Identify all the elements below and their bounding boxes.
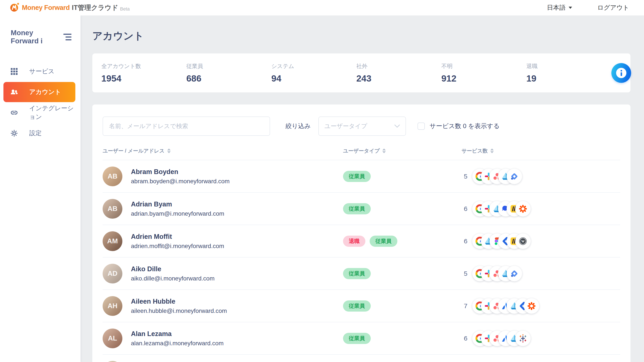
- stat-value: 243: [356, 73, 441, 84]
- user-email: adrian.byam@i.moneyforward.com: [131, 210, 224, 217]
- accounts-table-card: 絞り込み ユーザータイプ サービス数 0 を表示する ユーザー / メールアドレ…: [92, 104, 630, 362]
- service-count: 6: [462, 205, 470, 212]
- sidebar-item-label: 設定: [29, 129, 42, 138]
- sidebar-item-integrations[interactable]: インテグレーション: [4, 103, 75, 123]
- table-row[interactable]: AB Abram Boyden abram.boyden@i.moneyforw…: [102, 160, 620, 193]
- avatar: AL: [102, 329, 122, 348]
- sidebar-item-label: サービス: [29, 67, 54, 76]
- user-type-select-value: ユーザータイプ: [324, 122, 394, 130]
- sidebar: Money Forward i サービス アカウント インテグレーション 設定: [0, 15, 80, 362]
- user-type-badge: 従業員: [370, 236, 397, 247]
- show-zero-services-checkbox[interactable]: [418, 122, 425, 130]
- user-email: abram.boyden@i.moneyforward.com: [131, 178, 230, 185]
- stat-label: システム: [271, 62, 356, 70]
- account-stats-card: 全アカウント数 1954 従業員 686 システム 94 社外 243 不明 9…: [92, 53, 630, 92]
- service-icon-zapier: [524, 298, 539, 314]
- stat-label: 従業員: [186, 62, 271, 70]
- stat-item-4: 不明 912: [441, 62, 526, 84]
- table-row[interactable]: AL Alan Lezama alan.lezama@i.moneyforwar…: [102, 322, 620, 355]
- service-icons: [472, 331, 531, 346]
- table-row[interactable]: AD Aiko Dille aiko.dille@i.moneyforward.…: [102, 258, 620, 290]
- user-type-select[interactable]: ユーザータイプ: [318, 116, 406, 136]
- show-zero-services-label: サービス数 0 を表示する: [430, 122, 500, 130]
- user-email: alan.lezama@i.moneyforward.com: [131, 340, 224, 347]
- svg-text:W: W: [521, 239, 525, 243]
- user-name: Adrien Moffit: [131, 233, 224, 241]
- service-icon-tag-manager: [506, 266, 522, 281]
- user-type-badges: 従業員: [343, 171, 462, 182]
- service-icons: [472, 201, 531, 217]
- stat-item-3: 社外 243: [356, 62, 441, 84]
- stat-label: 不明: [441, 62, 526, 70]
- avatar: AH: [102, 296, 122, 316]
- user-name: Aileen Hubble: [131, 298, 227, 305]
- user-type-badge: 従業員: [343, 300, 371, 312]
- chevron-down-icon: [569, 7, 572, 10]
- service-count: 6: [462, 335, 470, 342]
- avatar: AM: [102, 361, 122, 362]
- stat-item-0: 全アカウント数 1954: [101, 62, 186, 84]
- sort-icon: [382, 148, 386, 153]
- stat-value: 19: [526, 73, 611, 84]
- sidebar-item-label: インテグレーション: [29, 104, 75, 121]
- user-name: Alan Lezama: [131, 330, 224, 338]
- avatar: AB: [102, 167, 122, 186]
- language-selector[interactable]: 日本語: [547, 3, 572, 12]
- stat-label: 退職: [526, 62, 611, 70]
- sidebar-nav: サービス アカウント インテグレーション 設定: [0, 61, 80, 143]
- sidebar-item-settings[interactable]: 設定: [4, 123, 75, 143]
- money-forward-logo-icon: [10, 2, 19, 13]
- info-icon: [616, 68, 626, 78]
- sidebar-collapse-button[interactable]: [62, 33, 72, 41]
- column-header-user[interactable]: ユーザー / メールアドレス: [102, 147, 343, 154]
- stat-value: 94: [271, 73, 356, 84]
- user-email: aiko.dille@i.moneyforward.com: [131, 275, 214, 282]
- stat-value: 912: [441, 73, 526, 84]
- user-type-badges: 従業員: [343, 203, 462, 214]
- service-icons: [472, 298, 539, 314]
- stat-item-2: システム 94: [271, 62, 356, 84]
- sidebar-item-services[interactable]: サービス: [4, 61, 75, 81]
- service-count: 7: [462, 302, 470, 310]
- user-type-badge: 従業員: [343, 171, 371, 182]
- filter-label: 絞り込み: [286, 122, 310, 130]
- sidebar-item-accounts[interactable]: アカウント: [4, 82, 75, 102]
- service-icons: [472, 169, 522, 184]
- workspace-name: Money Forward i: [11, 29, 62, 45]
- user-type-badge: 従業員: [343, 333, 371, 344]
- sort-icon: [167, 148, 171, 153]
- table-row[interactable]: AH Aileen Hubble aileen.hubble@i.moneyfo…: [102, 290, 620, 322]
- user-type-badge: 退職: [343, 236, 365, 247]
- app-logo[interactable]: Money Forward IT管理クラウド Beta: [10, 2, 130, 13]
- stat-label: 社外: [356, 62, 441, 70]
- sidebar-item-label: アカウント: [29, 88, 61, 96]
- service-icon-tag-manager: [506, 169, 522, 184]
- service-count: 5: [462, 173, 470, 180]
- column-header-user-type[interactable]: ユーザータイプ: [343, 147, 462, 154]
- service-icon-zapier: [515, 201, 531, 217]
- user-email: adrien.moffit@i.moneyforward.com: [131, 243, 224, 250]
- column-header-service-count[interactable]: サービス数: [462, 147, 620, 154]
- avatar: AB: [102, 199, 122, 219]
- service-count: 5: [462, 270, 470, 277]
- table-row[interactable]: AM Alba Muench 従業員 W: [102, 355, 620, 362]
- user-type-badge: 従業員: [343, 203, 371, 214]
- info-button[interactable]: [611, 63, 631, 83]
- service-icon-tableau: [515, 331, 531, 346]
- avatar: AD: [102, 264, 122, 284]
- service-icons: W: [472, 234, 531, 249]
- table-row[interactable]: AM Adrien Moffit adrien.moffit@i.moneyfo…: [102, 225, 620, 258]
- page-title: アカウント: [92, 29, 630, 43]
- stat-value: 1954: [101, 73, 186, 84]
- table-row[interactable]: AB Adrian Byam adrian.byam@i.moneyforwar…: [102, 193, 620, 225]
- main-content: アカウント 全アカウント数 1954 従業員 686 システム 94 社外 24…: [80, 15, 644, 362]
- stat-item-1: 従業員 686: [186, 62, 271, 84]
- brand-product: IT管理クラウド: [72, 3, 118, 12]
- logout-button[interactable]: ログアウト: [598, 3, 629, 12]
- service-icons: [472, 266, 522, 281]
- table-body: AB Abram Boyden abram.boyden@i.moneyforw…: [102, 160, 620, 362]
- search-input[interactable]: [102, 116, 270, 136]
- table-header: ユーザー / メールアドレス ユーザータイプ サービス数: [102, 147, 620, 160]
- sort-icon: [490, 148, 494, 153]
- top-bar: Money Forward IT管理クラウド Beta 日本語 ログアウト: [0, 0, 644, 15]
